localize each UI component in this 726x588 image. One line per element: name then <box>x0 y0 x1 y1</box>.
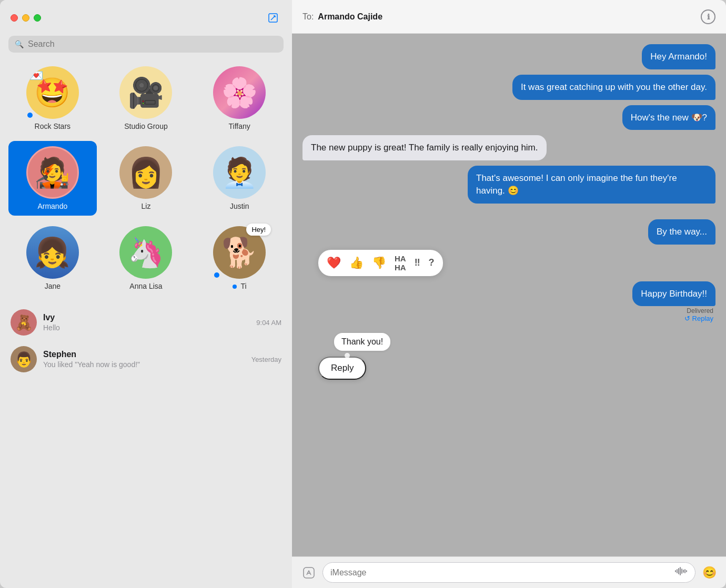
svg-rect-9 <box>680 567 681 575</box>
avatar-liz: 👩 <box>119 146 172 199</box>
svg-rect-11 <box>683 570 684 573</box>
list-preview-stephen: You liked "Yeah now is good!" <box>43 360 245 369</box>
avatar-studio-group: 🎥 <box>119 66 172 119</box>
contact-studio-group[interactable]: 🎥 Studio Group <box>102 61 190 136</box>
list-item-stephen[interactable]: 👨 Stephen You liked "Yeah now is good!" … <box>4 341 288 378</box>
avatar-wrapper-tiffany: 🌸 <box>213 66 266 119</box>
sent-group-birthday: ❤️ 👍 👎 HAHA ‼ ? Happy Birthday!! Deliver… <box>302 250 715 323</box>
emoji-icon: 😊 <box>702 566 717 579</box>
svg-rect-7 <box>677 569 678 573</box>
bubble-m1: Hey Armando! <box>642 44 715 69</box>
app-store-button[interactable] <box>300 564 317 581</box>
tapback-thumbsup[interactable]: 👍 <box>349 256 364 270</box>
left-panel: 🔍 🤩 💌 Rock Stars 🎥 Studio Group <box>0 0 292 588</box>
contact-rock-stars[interactable]: 🤩 💌 Rock Stars <box>8 61 97 136</box>
svg-rect-4 <box>304 567 314 578</box>
bubble-m4: The new puppy is great! The family is re… <box>302 135 547 160</box>
contact-name-ti: Ti <box>233 282 247 290</box>
contact-jane[interactable]: 👧 Jane <box>8 221 97 296</box>
list-time-ivy: 9:04 AM <box>256 319 281 327</box>
contact-name-liz: Liz <box>142 202 151 210</box>
avatar-wrapper-studio-group: 🎥 <box>119 66 172 119</box>
chat-header: To: Armando Cajide ℹ <box>292 0 726 34</box>
contact-name-tiffany: Tiffany <box>229 122 250 130</box>
avatar-wrapper-armando: 🧑‍🎤 <box>26 146 79 199</box>
to-label: To: <box>302 12 314 22</box>
title-bar <box>0 0 292 32</box>
tapback-heart[interactable]: ❤️ <box>327 256 341 270</box>
messages-area: Hey Armando! It was great catching up wi… <box>292 34 726 556</box>
svg-rect-10 <box>681 569 682 574</box>
list-item-ivy[interactable]: 🧸 Ivy Hello 9:04 AM <box>4 304 288 341</box>
svg-rect-6 <box>675 570 676 572</box>
message-row-m1: Hey Armando! <box>302 44 715 69</box>
avatar-tiffany: 🌸 <box>213 66 266 119</box>
avatar-wrapper-anna-lisa: 🦄 <box>119 226 172 279</box>
minimize-button[interactable] <box>22 14 29 22</box>
avatar-jane: 👧 <box>26 226 79 279</box>
contact-name-jane: Jane <box>45 282 60 290</box>
contact-armando[interactable]: 🧑‍🎤 Armando <box>8 141 97 216</box>
tapback-exclaim[interactable]: ‼ <box>415 257 420 268</box>
tapback-bar: ❤️ 👍 👎 HAHA ‼ ? <box>318 250 443 276</box>
contact-anna-lisa[interactable]: 🦄 Anna Lisa <box>102 221 190 296</box>
list-info-ivy: Ivy Hello <box>43 313 250 332</box>
tapback-thumbsdown[interactable]: 👎 <box>372 256 386 270</box>
avatar-anna-lisa: 🦄 <box>119 226 172 279</box>
contact-name-rock-stars: Rock Stars <box>35 122 70 130</box>
reply-button[interactable]: Reply <box>318 357 366 380</box>
avatar-ivy: 🧸 <box>11 309 37 336</box>
contact-name-armando: Armando <box>37 202 67 210</box>
list-preview-ivy: Hello <box>43 323 250 332</box>
contact-name-justin: Justin <box>230 202 249 210</box>
message-input[interactable] <box>330 568 671 577</box>
avatar-wrapper-ti: 🐕 Hey! <box>213 226 266 279</box>
search-icon: 🔍 <box>15 40 24 48</box>
hey-bubble-ti: Hey! <box>246 224 271 236</box>
search-input[interactable] <box>28 39 277 49</box>
contact-tiffany[interactable]: 🌸 Tiffany <box>195 61 284 136</box>
emoji-button[interactable]: 😊 <box>701 564 718 581</box>
delivered-label: Delivered <box>687 307 713 315</box>
replay-link[interactable]: ↺ Replay <box>684 315 713 322</box>
svg-line-1 <box>271 16 275 20</box>
bubble-m5: That's awesome! I can only imagine the f… <box>468 166 715 204</box>
contact-ti[interactable]: 🐕 Hey! Ti <box>195 221 284 296</box>
list-name-ivy: Ivy <box>43 313 250 322</box>
avatar-wrapper-jane: 👧 <box>26 226 79 279</box>
svg-rect-8 <box>678 568 679 574</box>
avatar-armando: 🧑‍🎤 <box>26 146 79 199</box>
contact-name-anna-lisa: Anna Lisa <box>129 282 162 290</box>
svg-rect-12 <box>684 569 685 573</box>
avatar-rock-stars: 🤩 💌 <box>26 66 79 119</box>
contact-justin[interactable]: 🧑‍💼 Justin <box>195 141 284 216</box>
avatar-wrapper-rock-stars: 🤩 💌 <box>26 66 79 119</box>
compose-button[interactable] <box>265 9 281 26</box>
message-input-wrapper <box>322 562 695 583</box>
search-bar: 🔍 <box>8 36 284 53</box>
contacts-list: 🧸 Ivy Hello 9:04 AM 👨 Stephen You liked … <box>0 304 292 588</box>
maximize-button[interactable] <box>34 14 41 22</box>
unread-dot-ti <box>214 272 219 278</box>
message-row-m6: By the way... <box>302 219 715 245</box>
avatar-stephen: 👨 <box>11 346 37 372</box>
bubble-m7: Happy Birthday!! <box>632 281 715 307</box>
tapback-question[interactable]: ? <box>429 257 435 268</box>
tapback-haha[interactable]: HAHA <box>395 254 406 272</box>
traffic-lights <box>11 14 41 22</box>
svg-rect-13 <box>686 570 687 572</box>
contact-liz[interactable]: 👩 Liz <box>102 141 190 216</box>
info-icon: ℹ <box>707 13 710 21</box>
list-time-stephen: Yesterday <box>251 356 281 363</box>
message-row-m2: It was great catching up with you the ot… <box>302 75 715 100</box>
avatar-wrapper-justin: 🧑‍💼 <box>213 146 266 199</box>
right-panel: To: Armando Cajide ℹ Hey Armando! It was… <box>292 0 726 588</box>
avatar-wrapper-liz: 👩 <box>119 146 172 199</box>
bubble-m6: By the way... <box>648 219 715 245</box>
avatar-justin: 🧑‍💼 <box>213 146 266 199</box>
waveform-icon <box>675 567 688 578</box>
bubble-m2: It was great catching up with you the ot… <box>512 75 715 100</box>
list-info-stephen: Stephen You liked "Yeah now is good!" <box>43 350 245 369</box>
close-button[interactable] <box>11 14 18 22</box>
info-button[interactable]: ℹ <box>701 9 715 24</box>
